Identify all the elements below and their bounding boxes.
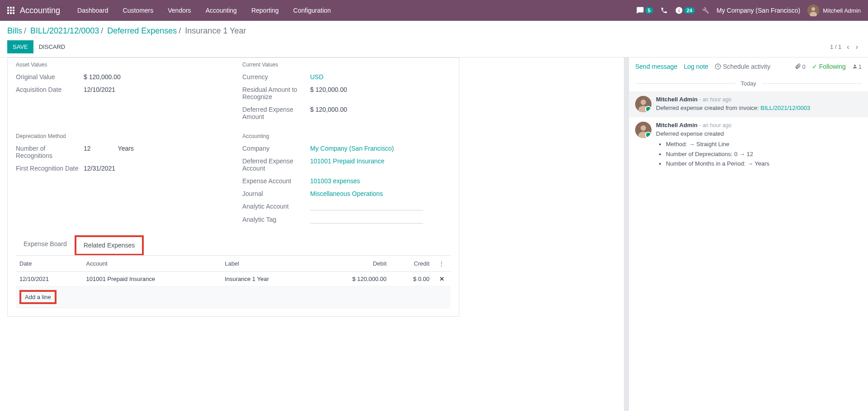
nav-dashboard[interactable]: Dashboard [71,3,115,18]
label-currency: Currency [242,73,310,81]
label-residual: Residual Amount to Recognize [242,86,310,100]
pager-prev[interactable]: ‹ [844,41,852,53]
value-period[interactable]: Years [118,145,134,159]
delete-row-icon[interactable]: ✕ [437,276,447,282]
tab-related-expenses[interactable]: Related Expenses [75,235,144,255]
tracking-item: Method: → Straight Line [666,140,862,149]
nav-accounting[interactable]: Accounting [199,3,243,18]
pager-next[interactable]: › [853,41,861,53]
control-panel: Bills/ BILL/2021/12/0003/ Deferred Expen… [0,21,868,57]
company-selector[interactable]: My Company (San Francisco) [717,7,800,14]
log-note-link[interactable]: Log note [684,63,708,70]
activity-icon[interactable]: 24 [675,6,695,14]
user-menu[interactable]: Mitchell Admin [807,5,861,16]
pager-text[interactable]: 1 / 1 [830,43,841,50]
breadcrumb-bills[interactable]: Bills [7,26,22,35]
debug-icon[interactable] [702,7,709,14]
nav-vendors[interactable]: Vendors [161,3,197,18]
kebab-icon[interactable]: ⋮ [437,260,446,267]
send-message-link[interactable]: Send message [635,63,677,70]
msg-author[interactable]: Mitchell Admin [656,122,698,128]
label-analytic-tag: Analytic Tag [242,216,310,224]
nav-configuration[interactable]: Configuration [287,3,337,18]
message: Mitchell Admin - an hour ago Deferred ex… [629,117,868,174]
avatar-icon [635,96,651,112]
label-expense-account: Expense Account [242,177,310,185]
tab-expense-board[interactable]: Expense Board [16,235,75,255]
apps-icon[interactable] [7,7,14,14]
label-analytic-account: Analytic Account [242,203,310,210]
breadcrumb-deferred[interactable]: Deferred Expenses [107,26,177,35]
cell-credit[interactable]: $ 0.00 [390,272,433,286]
table-row[interactable]: 12/10/2021 101001 Prepaid Insurance Insu… [16,272,451,286]
th-account[interactable]: Account [83,256,222,272]
value-residual: $ 120,000.00 [310,86,347,100]
label-num-recognitions: Number of Recognitions [16,145,84,159]
value-acquisition-date: 12/10/2021 [84,86,115,93]
nav-customers[interactable]: Customers [117,3,160,18]
value-journal[interactable]: Miscellaneous Operations [310,190,383,197]
th-label[interactable]: Label [221,256,315,272]
svg-point-8 [641,125,646,131]
label-first-recognition: First Recognition Date [16,165,84,172]
value-original-value: $ 120,000.00 [84,73,121,81]
value-currency[interactable]: USD [310,73,324,81]
messages-icon[interactable]: 5 [636,6,653,14]
breadcrumb-bill[interactable]: BILL/2021/12/0003 [30,26,99,35]
th-date[interactable]: Date [16,256,83,272]
tracking-item: Number of Depreciations: 0 → 12 [666,150,862,159]
input-analytic-tag[interactable] [310,216,423,224]
save-button[interactable]: Save [7,40,33,53]
value-company[interactable]: My Company (San Francisco) [310,145,394,152]
cell-account[interactable]: 101001 Prepaid Insurance [83,272,222,286]
section-accounting: Accounting [242,129,451,142]
messages-badge: 5 [645,7,653,14]
th-credit[interactable]: Credit [390,256,433,272]
message: Mitchell Admin - an hour ago Deferred ex… [629,91,868,117]
followers-button[interactable]: 1 [852,63,862,70]
avatar-icon [635,122,651,138]
value-num-recognitions[interactable]: 12 [84,145,91,159]
today-separator: Today [735,80,762,87]
th-debit[interactable]: Debit [315,256,390,272]
svg-point-5 [641,100,646,105]
related-expenses-table: Date Account Label Debit Credit ⋮ 12/10/… [16,256,451,308]
schedule-activity-link[interactable]: Schedule activity [715,63,770,70]
value-deferred-account[interactable]: 101001 Prepaid Insurance [310,157,384,165]
cell-date[interactable]: 12/10/2021 [16,272,83,286]
breadcrumb-current: Insurance 1 Year [185,26,246,35]
user-name: Mitchell Admin [823,7,861,14]
tracking-item: Number of Months in a Period: → Years [666,159,862,168]
tabs: Expense Board Related Expenses [16,235,451,256]
section-depreciation: Depreciation Method [16,129,224,142]
attachments-button[interactable]: 0 [795,63,805,70]
msg-link[interactable]: BILL/2021/12/0003 [760,105,810,111]
label-journal: Journal [242,190,310,197]
value-first-recognition[interactable]: 12/31/2021 [84,165,115,172]
msg-author[interactable]: Mitchell Admin [656,96,698,103]
activity-badge: 24 [684,7,695,14]
cell-label[interactable]: Insurance 1 Year [221,272,315,286]
nav-reporting[interactable]: Reporting [245,3,285,18]
svg-point-1 [811,7,815,11]
cell-debit[interactable]: $ 120,000.00 [315,272,390,286]
phone-icon[interactable] [660,7,668,14]
value-deferred-amount: $ 120,000.00 [310,106,347,120]
user-avatar-icon [807,5,819,16]
msg-time: - an hour ago [699,122,731,128]
section-asset-values: Asset Values [16,58,224,71]
msg-text: Deferred expense created [656,130,724,137]
form-sheet: Asset Values Original Value $ 120,000.00… [0,57,628,411]
following-button[interactable]: ✓ Following [812,63,846,70]
scrollbar[interactable] [624,57,628,411]
add-line-link[interactable]: Add a line [25,294,51,300]
label-company: Company [242,145,310,152]
value-expense-account[interactable]: 101003 expenses [310,177,360,185]
label-original-value: Original Value [16,73,84,81]
app-title[interactable]: Accounting [20,6,60,15]
label-deferred-amount: Deferred Expense Amount [242,106,310,120]
input-analytic-account[interactable] [310,203,423,210]
discard-button[interactable]: Discard [33,40,71,53]
msg-time: - an hour ago [699,96,731,103]
msg-text: Deferred expense created from invoice: [656,105,760,111]
